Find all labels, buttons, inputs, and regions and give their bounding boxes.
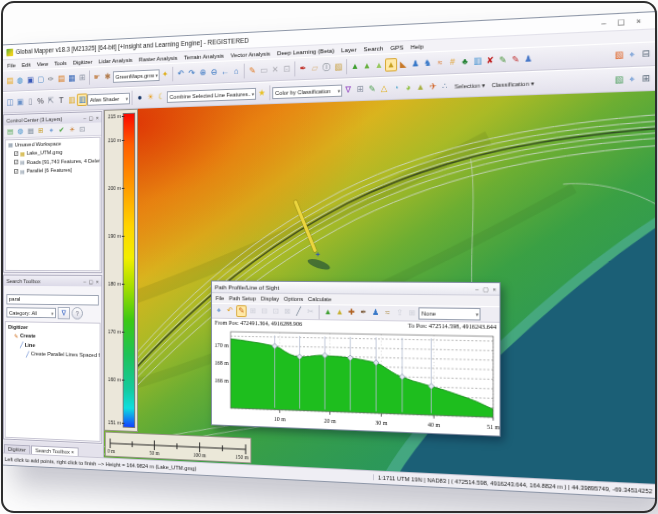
grid2-icon[interactable]: ⊟ — [259, 305, 269, 317]
image-view-icon[interactable]: ▥ — [471, 54, 484, 68]
warning-triangle-icon[interactable]: △ — [378, 82, 390, 96]
moon-icon[interactable]: ☾ — [156, 90, 167, 103]
dialog-menu-file[interactable]: File — [216, 295, 225, 301]
menu-gps[interactable]: GPS — [390, 43, 403, 51]
tools-icon[interactable]: ✑ — [46, 73, 56, 86]
menu-deep-learning-beta[interactable]: Deep Learning (Beta) — [277, 47, 334, 57]
search-results-tree[interactable]: Digitizer✎Create╱Line╱Create Parallel Li… — [5, 321, 101, 442]
text-label-icon[interactable]: T — [56, 94, 66, 107]
percent-zoom-icon[interactable]: % — [35, 95, 45, 108]
layers-list-icon[interactable]: ▤ — [56, 72, 66, 85]
favorite-icon[interactable]: ✦ — [160, 68, 171, 81]
terrain-small-icon[interactable]: ▲ — [414, 80, 426, 94]
dialog-maximize-button[interactable]: ▢ — [483, 286, 489, 292]
filter-funnel-button[interactable]: ∇ — [58, 307, 70, 319]
tree-item-create-parallel-lines-spaced-from-select[interactable]: ╱Create Parallel Lines Spaced from Selec… — [6, 349, 100, 360]
road-icon[interactable]: ≈ — [434, 56, 446, 70]
panel-minimize-button[interactable]: – — [83, 278, 86, 284]
paint-red-icon[interactable]: ✎ — [509, 53, 522, 67]
category-combo[interactable]: Category: All ▾ — [6, 307, 56, 318]
night-globe-icon[interactable]: ● — [134, 91, 145, 104]
path-wave-icon[interactable]: ≈ — [382, 307, 393, 319]
zoom-to-layer-icon[interactable]: ⌖ — [46, 125, 55, 136]
menu-raster-analysis[interactable]: Raster Analysis — [139, 54, 178, 63]
dialog-menu-calculate[interactable]: Calculate — [308, 296, 332, 302]
brush-icon[interactable]: ✒ — [297, 62, 309, 75]
los-combo[interactable]: None▾ — [418, 307, 480, 320]
map-view[interactable]: 215 m210 m200 m190 m180 m170 m160 m151 m… — [104, 91, 656, 484]
menu-file[interactable]: File — [7, 62, 15, 69]
menu-tools[interactable]: Tools — [54, 59, 67, 66]
minimize-button[interactable]: – — [602, 18, 607, 28]
digitizer-action-combo[interactable]: Combine Selected Line Features...▾ — [167, 87, 256, 102]
lidar-edit-icon[interactable]: ✎ — [366, 82, 378, 96]
zoom-out-icon[interactable]: ⊖ — [208, 66, 219, 79]
selection-dropdown[interactable]: Selection ▾ — [451, 81, 488, 90]
checkbox-checked[interactable]: ✓ — [14, 151, 18, 156]
path-profile-icon[interactable]: ▲ — [385, 58, 397, 72]
dialog-close-button[interactable]: × — [493, 286, 497, 292]
menu-view[interactable]: View — [37, 60, 48, 67]
find-data-icon[interactable]: ⊞ — [77, 72, 87, 85]
create-terrain-icon[interactable]: ▲ — [349, 60, 361, 74]
elevation-profile-chart[interactable]: 170 m168 m166 m10 m20 m30 m40 m51 m — [212, 328, 500, 435]
home-view-icon[interactable]: ⌂ — [231, 65, 242, 78]
tree-icon[interactable]: ♣ — [459, 55, 472, 69]
new-view-icon[interactable]: ▣ — [15, 96, 25, 109]
open-file-icon[interactable]: ▤ — [5, 75, 15, 88]
shader-combo[interactable]: Atlas Shader▾ — [87, 92, 130, 105]
restore-button[interactable]: ▢ — [617, 17, 625, 27]
layer-settings-icon[interactable]: ⊡ — [78, 124, 88, 135]
info-icon[interactable]: Ⓘ — [321, 61, 333, 75]
document-icon[interactable]: ▯ — [25, 95, 35, 108]
layer-options-icon[interactable]: ☀ — [67, 124, 77, 135]
flatten-terrain-icon[interactable]: ▲ — [373, 58, 385, 72]
panel-close-button[interactable]: × — [96, 278, 99, 284]
panel-close-button[interactable]: × — [96, 114, 99, 120]
cut-fill-icon[interactable]: ✚ — [346, 306, 357, 318]
shader-chart-icon[interactable]: ▥ — [77, 93, 87, 106]
color-by-combo[interactable]: Color by Classification▾ — [272, 84, 342, 99]
workspace-combo[interactable]: GreenMaps.gmw▾ — [113, 69, 160, 83]
previous-view-icon[interactable]: ← — [219, 65, 230, 78]
panel-float-button[interactable]: ▢ — [89, 115, 94, 121]
layer-tree[interactable]: ▦Unsaved Workspace✓▦Lake_UTM.gmg✓▤Roads … — [5, 137, 101, 271]
edit-path-icon[interactable]: ✎ — [236, 305, 246, 317]
grid4-icon[interactable]: ⊠ — [282, 306, 293, 318]
panel-minimize-button[interactable]: – — [83, 115, 86, 121]
dialog-menu-display[interactable]: Display — [261, 296, 279, 302]
one-to-one-icon[interactable]: ⇱ — [46, 95, 56, 108]
magnifier-icon[interactable]: ⌖ — [626, 72, 639, 86]
search-input[interactable] — [6, 294, 98, 305]
terrain-green-icon[interactable]: ▲ — [323, 306, 334, 318]
pie-chart-icon[interactable]: ◔ — [390, 81, 402, 95]
path-profile-dialog[interactable]: Path Profile/Line of Sight –▢× FilePath … — [211, 280, 501, 436]
save-icon[interactable]: ▣ — [25, 74, 35, 87]
pie-chart2-icon[interactable]: ◕ — [402, 81, 414, 95]
zoom-search-icon[interactable]: ⌖ — [626, 47, 639, 62]
binary-icon[interactable]: ⊞ — [639, 72, 653, 87]
lidar-grid-icon[interactable]: ⊞ — [354, 83, 366, 97]
vertex-edit-icon[interactable]: ⊡ — [281, 63, 293, 76]
map-colors-icon[interactable]: ▧ — [612, 73, 625, 87]
copy-icon[interactable]: ⊞ — [406, 307, 417, 319]
scatter-icon[interactable]: ∴ — [439, 79, 451, 93]
measure-icon[interactable]: ✱ — [102, 70, 113, 83]
eraser-icon[interactable]: ▱ — [309, 61, 321, 75]
paint-green-icon[interactable]: ✎ — [496, 53, 509, 67]
swatch-icon[interactable]: ▧ — [332, 60, 344, 74]
chart-yellow-icon[interactable]: ▥ — [66, 94, 76, 107]
globe-icon[interactable]: ◍ — [15, 74, 25, 87]
control-center-icon[interactable]: ▦ — [66, 72, 76, 85]
checkbox-checked[interactable]: ✓ — [14, 160, 18, 165]
menu-layer[interactable]: Layer — [341, 46, 356, 54]
tree-item-parallel-6-features[interactable]: ✓▤Parallel [6 Features] — [6, 165, 100, 176]
zoom-fit-icon[interactable]: ⌖ — [214, 305, 224, 317]
digitizer-pencil-icon[interactable]: ✎ — [247, 64, 258, 77]
tile-windows-icon[interactable]: ◫ — [5, 96, 15, 109]
dialog-menu-options[interactable]: Options — [284, 296, 303, 302]
grid3-icon[interactable]: ⊡ — [270, 306, 281, 318]
help-button[interactable]: ? — [72, 307, 83, 319]
delete-feature-icon[interactable]: ✕ — [269, 63, 280, 76]
flight-path-icon[interactable]: ✈ — [427, 80, 439, 94]
